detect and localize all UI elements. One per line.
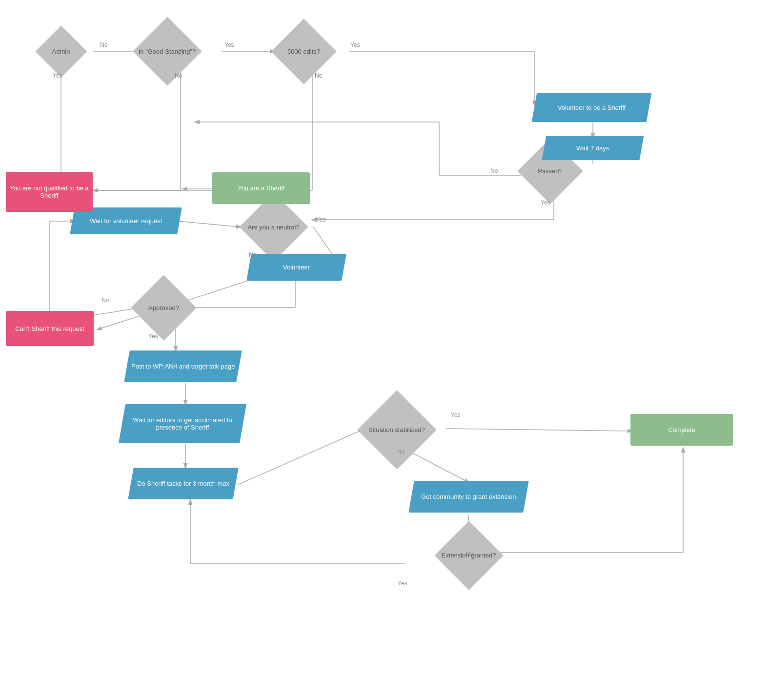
parallelogram-wait-editors: Wait for editors to get acclimated to pr… (119, 404, 246, 443)
svg-line-27 (238, 430, 363, 485)
svg-line-29 (405, 449, 468, 482)
label-no-gs: No (175, 72, 182, 79)
diamond-admin: Admin (29, 32, 93, 71)
label-no-edits: No (315, 72, 322, 79)
diamond-approved: Approved? (126, 286, 202, 329)
label-yes-1: Yes (224, 41, 234, 48)
diamond-situation: Situation stabilized? (350, 405, 443, 454)
diamond-neutral: Are you a neutral? (233, 203, 314, 251)
label-yes-situation: Yes (451, 412, 461, 418)
label-yes-approved: Yes (148, 333, 158, 340)
parallelogram-volunteer: Volunteer (246, 254, 346, 281)
parallelogram-wait-7-days: Wait 7 days (542, 136, 644, 160)
parallelogram-post-wp: Post to WP:AN/I and target talk page (124, 350, 242, 382)
diamond-good-standing: In "Good Standing"? (124, 29, 210, 73)
label-no-neutral: No (249, 251, 256, 258)
rect-you-are-sheriff: You are a Sheriff (212, 172, 310, 204)
label-no-passed: No (490, 167, 498, 174)
label-no-approved: No (101, 297, 109, 304)
label-yes-2: Yes (350, 41, 360, 48)
rect-cant-sheriff: Can't Sheriff this request (6, 311, 94, 346)
svg-line-28 (446, 429, 632, 431)
rect-complete: Complete (630, 414, 733, 446)
connectors-svg (0, 0, 770, 700)
label-yes-extension: Yes (398, 580, 407, 587)
parallelogram-volunteer-sheriff: Volunteer to be a Sheriff (532, 93, 652, 122)
parallelogram-get-community: Get community to grant extension (408, 481, 528, 513)
label-no-1: No (100, 41, 107, 48)
diamond-extension: Extension granted? (428, 532, 509, 578)
svg-line-17 (178, 221, 241, 227)
label-yes-neutral: Yes (316, 216, 326, 223)
label-yes-passed: Yes (541, 199, 550, 206)
label-no-situation: No (397, 448, 405, 455)
flowchart: Admin In "Good Standing"? 5000 edits? Pa… (0, 0, 770, 700)
diamond-5000-edits: 5000 edits? (266, 29, 342, 73)
rect-not-qualified: You are not qualified to be a Sheriff (6, 172, 93, 212)
label-yes-admin: Yes (53, 72, 62, 79)
parallelogram-sheriff-tasks: Do Sheriff tasks for 3 month max (128, 468, 238, 499)
